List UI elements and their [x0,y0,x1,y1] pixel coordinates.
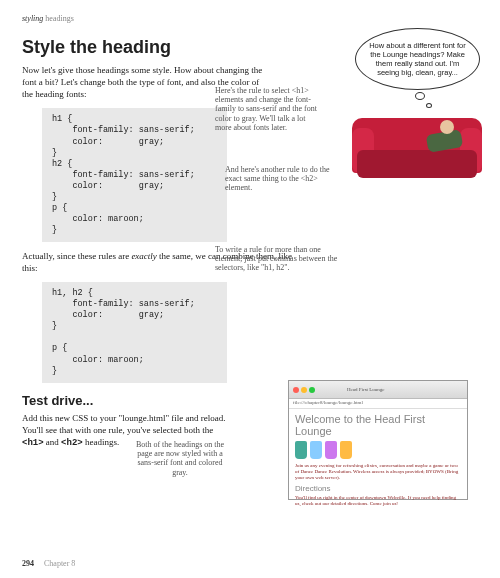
code-block-1: h1 { font-family: sans-serif; color: gra… [42,108,227,242]
browser-title: Head First Lounge [347,387,385,392]
page-footer: 294 Chapter 8 [22,559,75,568]
traffic-max-icon [309,387,315,393]
annotation-4: Both of the headings on the page are now… [130,440,230,477]
couch-illustration [352,110,482,185]
browser-body: Welcome to the Head First Lounge Join us… [289,409,467,514]
browser-mockup: Head First Lounge file:///chapter8/loung… [288,380,468,500]
browser-p1: Join us any evening for refreshing elixi… [295,463,461,481]
traffic-min-icon [301,387,307,393]
running-header-em: styling [22,14,43,23]
browser-h2: Directions [295,484,461,493]
bubble-dot-icon [415,92,425,100]
browser-titlebar: Head First Lounge [289,381,467,399]
annotation-2: And here's another rule to do the exact … [225,165,335,193]
annotation-3: To write a rule for more than one elemen… [215,245,350,273]
browser-url-bar: file:///chapter8/lounge/lounge.html [289,399,467,409]
drinks-image [295,441,461,459]
annotation-1: Here's the rule to select <h1> elements … [215,86,320,132]
traffic-close-icon [293,387,299,393]
thought-bubble: How about a different font for the Loung… [355,28,480,90]
chapter-label: Chapter 8 [44,559,75,568]
running-header: styling headings [22,14,478,23]
page-number: 294 [22,559,34,568]
browser-h1: Welcome to the Head First Lounge [295,413,461,437]
thought-bubble-text: How about a different font for the Loung… [366,41,469,77]
code-block-2: h1, h2 { font-family: sans-serif; color:… [42,282,227,382]
bubble-dot-icon [426,103,432,108]
browser-p2: You'll find us right in the center of do… [295,495,461,507]
running-header-rest: headings [45,14,73,23]
